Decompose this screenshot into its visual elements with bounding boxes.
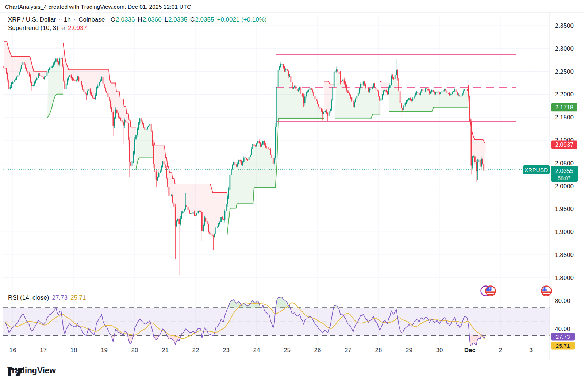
price-axis-label: 1.8500	[555, 251, 574, 258]
time-axis-label: 17	[40, 347, 47, 354]
time-axis-label: 23	[223, 347, 230, 354]
ohlc-close: C 2.0355	[190, 16, 214, 23]
rsi-ma-value-badge: 25.71	[551, 342, 575, 350]
close-letter: C	[190, 16, 195, 23]
close-value: 2.0355	[195, 16, 214, 23]
time-axis-label: 2	[499, 347, 502, 354]
time-axis-label: 16	[9, 347, 16, 354]
low-value: 2.0335	[168, 16, 187, 23]
svg-text:2.0355: 2.0355	[555, 168, 573, 174]
time-axis-label: 30	[436, 347, 443, 354]
pair-logo-icons	[481, 286, 496, 297]
bar-countdown: 58:07	[558, 175, 570, 181]
price-axis-label: 2.2500	[555, 68, 574, 75]
rsi-axis-label: 40.00	[555, 326, 570, 333]
price-axis-label: 1.8000	[555, 274, 574, 281]
main-series-legend[interactable]: XRP / U.S. Dollar · 1h · Coinbase O 2.03…	[8, 16, 266, 23]
rsi-value: 27.73	[52, 294, 68, 301]
time-axis-label: 19	[101, 347, 108, 354]
symbol-title: XRP / U.S. Dollar	[8, 16, 56, 23]
rsi-pane	[3, 297, 550, 349]
separator: ·	[74, 16, 76, 23]
price-axis-label: 1.9500	[555, 205, 574, 212]
supertrend-value: 2.0937	[68, 24, 87, 32]
price-axis-label: 2.0000	[555, 183, 574, 190]
chart-canvas[interactable]: 2.35002.30002.25002.20002.15002.10002.05…	[0, 0, 584, 392]
time-axis-label: 26	[314, 347, 321, 354]
price-axis-label: 1.9000	[555, 228, 574, 235]
supertrend-title: Supertrend (10, 3)	[8, 24, 58, 32]
svg-text:2.0937: 2.0937	[555, 141, 573, 148]
supertrend-down-badge: 2.0937	[551, 140, 577, 149]
svg-text:XRPUSD: XRPUSD	[525, 167, 548, 173]
symbol-price-label: XRPUSD	[523, 165, 550, 174]
tradingview-chart-page: { "header": {"title": "ChartAnalysis_4 c…	[0, 0, 584, 392]
timeframe-label[interactable]: 1h	[64, 16, 71, 23]
open-value: 2.0336	[116, 16, 135, 23]
svg-text:25.71: 25.71	[556, 343, 570, 349]
time-axis-label: 29	[406, 347, 412, 354]
time-axis-label: 24	[253, 347, 260, 354]
exchange-label: Coinbase	[78, 16, 105, 23]
rsi-legend[interactable]: RSI (14, close) 27.73 25.71	[8, 294, 86, 301]
open-letter: O	[111, 16, 115, 23]
time-axis[interactable]: 161718192021222324252627282930Dec23	[9, 347, 533, 354]
tradingview-logo[interactable]: TradingView	[7, 366, 56, 376]
time-axis-label: Dec	[464, 347, 476, 354]
time-axis-label: 18	[70, 347, 77, 354]
time-axis-label: 22	[192, 347, 199, 354]
high-value: 2.0360	[143, 16, 162, 23]
rsi-value-badge: 27.73	[551, 333, 575, 341]
price-axis-label: 2.3500	[555, 22, 574, 29]
supertrend-bands	[4, 41, 486, 237]
time-axis-label: 21	[162, 347, 169, 354]
price-axis-label: 2.0500	[555, 160, 574, 167]
ohlc-open: O 2.0336	[111, 16, 135, 23]
time-axis-label: 27	[345, 347, 351, 354]
price-axis-label: 2.2000	[555, 91, 574, 98]
low-letter: L	[165, 16, 168, 23]
svg-text:2.1718: 2.1718	[555, 104, 573, 111]
change-value: +0.0021 (+0.10%)	[217, 16, 266, 23]
high-letter: H	[138, 16, 142, 23]
rsi-title: RSI (14, close)	[8, 294, 49, 301]
last-price-badge: 2.035558:07	[551, 166, 578, 182]
tradingview-logo-icon	[7, 366, 24, 378]
rsi-axis-label: 80.00	[555, 297, 570, 304]
time-axis-label: 20	[131, 347, 138, 354]
time-axis-label: 3	[529, 347, 533, 354]
supertrend-legend[interactable]: Supertrend (10, 3) ⌀ 2.0937	[8, 24, 87, 32]
svg-text:27.73: 27.73	[556, 334, 570, 340]
average-icon: ⌀	[61, 24, 65, 32]
separator: ·	[59, 16, 61, 23]
rsi-ma-value: 25.71	[70, 294, 86, 301]
time-axis-label: 25	[284, 347, 291, 354]
supertrend-up-badge: 2.1718	[551, 103, 577, 111]
price-axis-label: 2.1500	[555, 114, 574, 121]
time-axis-label: 28	[375, 347, 382, 354]
us-flag-icon-axis	[541, 286, 552, 297]
ohlc-low: L 2.0335	[165, 16, 187, 23]
ohlc-high: H 2.0360	[138, 16, 161, 23]
price-axis-label: 2.3000	[555, 45, 574, 52]
